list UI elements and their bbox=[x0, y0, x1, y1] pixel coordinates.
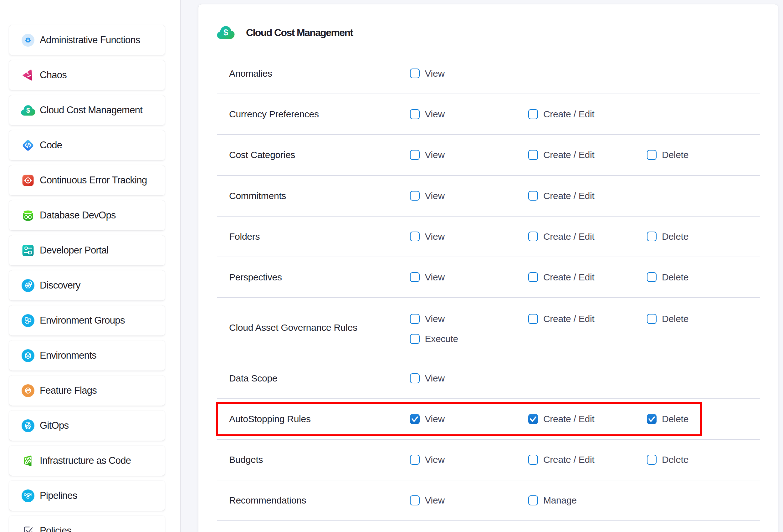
svg-text:$: $ bbox=[223, 28, 228, 37]
svg-text:$: $ bbox=[26, 106, 30, 114]
